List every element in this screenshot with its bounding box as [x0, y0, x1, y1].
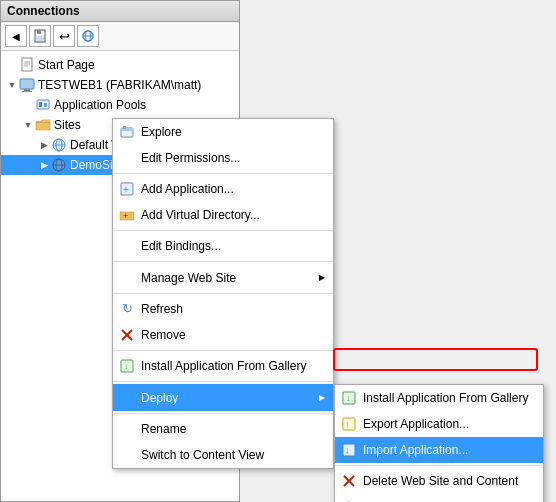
start-page-label: Start Page — [38, 56, 95, 74]
install-gallery-icon: ↓ — [117, 356, 137, 376]
svg-text:↓: ↓ — [345, 445, 350, 455]
svg-rect-1 — [37, 30, 41, 34]
sites-label: Sites — [54, 116, 81, 134]
svg-text:+: + — [123, 211, 128, 221]
submenu-delete-icon — [339, 471, 359, 491]
menu-item-add-virtual-directory[interactable]: + Add Virtual Directory... — [113, 202, 333, 228]
menu-item-explore[interactable]: Explore — [113, 119, 333, 145]
submenu-recycle-icon — [339, 497, 359, 502]
separator-7 — [113, 413, 333, 414]
manage-web-site-label: Manage Web Site — [141, 268, 236, 288]
refresh-icon: ↻ — [117, 299, 137, 319]
manage-arrow-icon — [319, 267, 325, 288]
svg-rect-23 — [121, 128, 133, 131]
install-gallery-label: Install Application From Gallery — [141, 356, 306, 376]
svg-rect-11 — [24, 89, 30, 91]
svg-rect-2 — [36, 36, 44, 41]
edit-bindings-label: Edit Bindings... — [141, 236, 221, 256]
submenu-deploy: ↓ Install Application From Gallery ↑ Exp… — [334, 384, 544, 502]
menu-item-switch-content[interactable]: Switch to Content View — [113, 442, 333, 468]
page-icon — [19, 57, 35, 73]
sites-expand-icon: ▼ — [21, 118, 35, 132]
switch-content-label: Switch to Content View — [141, 445, 264, 465]
separator-2 — [113, 230, 333, 231]
separator-6 — [113, 381, 333, 382]
menu-item-install-gallery[interactable]: ↓ Install Application From Gallery — [113, 353, 333, 379]
menu-item-manage-web-site[interactable]: Manage Web Site — [113, 264, 333, 291]
tree-item-server[interactable]: ▼ TESTWEB1 (FABRIKAM\matt) — [1, 75, 239, 95]
submenu-export-icon: ↑ — [339, 414, 359, 434]
back-button[interactable]: ◀ — [5, 25, 27, 47]
add-application-label: Add Application... — [141, 179, 234, 199]
sites-folder-icon — [35, 117, 51, 133]
separator-3 — [113, 261, 333, 262]
menu-item-remove[interactable]: Remove — [113, 322, 333, 348]
submenu-separator-1 — [335, 465, 543, 466]
submenu-import-icon: ↓ — [339, 440, 359, 460]
svg-rect-15 — [44, 103, 47, 107]
server-label: TESTWEB1 (FABRIKAM\matt) — [38, 76, 201, 94]
app-pools-label: Application Pools — [54, 96, 146, 114]
apppool-expand-icon — [21, 98, 35, 112]
svg-text:↓: ↓ — [124, 361, 129, 371]
svg-rect-14 — [39, 102, 42, 107]
add-app-icon: + — [117, 179, 137, 199]
submenu-recycle-label: Recycle... — [363, 497, 416, 502]
menu-item-refresh[interactable]: ↻ Refresh — [113, 296, 333, 322]
submenu-item-recycle[interactable]: Recycle... — [335, 494, 543, 502]
menu-item-edit-bindings[interactable]: Edit Bindings... — [113, 233, 333, 259]
svg-text:+: + — [123, 184, 129, 195]
submenu-item-import-app[interactable]: ↓ Import Application... — [335, 437, 543, 463]
tree-item-app-pools[interactable]: Application Pools — [1, 95, 239, 115]
svg-rect-13 — [37, 100, 49, 109]
expand-icon — [5, 58, 19, 72]
menu-item-add-application[interactable]: + Add Application... — [113, 176, 333, 202]
menu-item-rename[interactable]: Rename — [113, 416, 333, 442]
submenu-install-gallery-label: Install Application From Gallery — [363, 388, 528, 408]
add-vdir-icon: + — [117, 205, 137, 225]
submenu-delete-label: Delete Web Site and Content — [363, 471, 518, 491]
svg-text:↑: ↑ — [345, 419, 350, 429]
demosite-expand-icon: ▶ — [37, 158, 51, 172]
menu-item-edit-permissions[interactable]: Edit Permissions... — [113, 145, 333, 171]
submenu-export-label: Export Application... — [363, 414, 469, 434]
dws-expand-icon: ▶ — [37, 138, 51, 152]
globe-icon — [81, 29, 95, 43]
explore-label: Explore — [141, 122, 182, 142]
tree-item-start-page[interactable]: Start Page — [1, 55, 239, 75]
panel-title: Connections — [1, 1, 239, 22]
svg-rect-12 — [22, 91, 32, 92]
explore-icon — [117, 122, 137, 142]
edit-permissions-label: Edit Permissions... — [141, 148, 240, 168]
demosite-icon — [51, 157, 67, 173]
submenu-item-export-app[interactable]: ↑ Export Application... — [335, 411, 543, 437]
add-virtual-directory-label: Add Virtual Directory... — [141, 205, 260, 225]
svg-rect-10 — [20, 79, 34, 89]
svg-text:↓: ↓ — [346, 393, 351, 403]
import-highlight-ring — [333, 348, 538, 371]
monitor-icon — [19, 77, 35, 93]
save-icon — [33, 29, 47, 43]
menu-item-deploy[interactable]: Deploy ↓ Install Application From Galler… — [113, 384, 333, 411]
context-menu: Explore Edit Permissions... + Add Applic… — [112, 118, 334, 469]
refresh-button[interactable]: ↩ — [53, 25, 75, 47]
refresh-label: Refresh — [141, 299, 183, 319]
separator-1 — [113, 173, 333, 174]
svg-rect-24 — [123, 126, 126, 129]
submenu-import-label: Import Application... — [363, 440, 468, 460]
deploy-arrow-icon — [319, 387, 325, 408]
submenu-install-icon: ↓ — [339, 388, 359, 408]
submenu-item-install-gallery[interactable]: ↓ Install Application From Gallery — [335, 385, 543, 411]
deploy-label: Deploy — [141, 388, 178, 408]
separator-5 — [113, 350, 333, 351]
globe-tree-icon — [51, 137, 67, 153]
submenu-item-delete-website[interactable]: Delete Web Site and Content — [335, 468, 543, 494]
separator-4 — [113, 293, 333, 294]
globe-button[interactable] — [77, 25, 99, 47]
rename-label: Rename — [141, 419, 186, 439]
save-button[interactable] — [29, 25, 51, 47]
remove-icon — [117, 325, 137, 345]
toolbar: ◀ ↩ — [1, 22, 239, 51]
remove-label: Remove — [141, 325, 186, 345]
server-expand-icon: ▼ — [5, 78, 19, 92]
